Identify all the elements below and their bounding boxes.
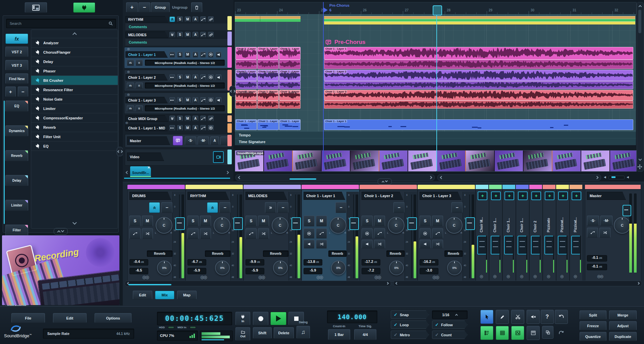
track-comments-row[interactable]: Comments xyxy=(125,23,231,30)
plugins-toggle-button[interactable] xyxy=(73,2,95,13)
track-rhythm-automation-button[interactable]: A xyxy=(193,16,198,22)
mixer-choir-1-layer-2-mute-button[interactable]: M xyxy=(374,216,385,226)
export-output-button[interactable]: Out xyxy=(235,327,250,341)
mixer-choir-1-layer-3-mute-button[interactable]: M xyxy=(432,216,443,226)
undo-button[interactable] xyxy=(555,310,568,324)
track-choir-midi-routing-button[interactable] xyxy=(169,125,175,131)
vscroll-up-arrow-icon[interactable] xyxy=(639,5,642,8)
mixer-drums-send-value[interactable]: -6.5 xyxy=(129,268,148,274)
plugin-item[interactable]: Reverb xyxy=(31,123,118,132)
mixer-melodies-collapse-button[interactable] xyxy=(265,202,276,213)
track-melodies-collapse-button[interactable] xyxy=(169,32,175,38)
audio-clip-lane2[interactable] xyxy=(324,60,633,69)
mixer-choir-1-layer-2-solo-button[interactable]: S xyxy=(362,216,373,226)
plugin-list-collapse[interactable] xyxy=(31,30,118,38)
mixer-choir-1-layer-1-send-value[interactable]: -5.9 xyxy=(304,268,322,274)
automation-view-button[interactable] xyxy=(511,326,524,340)
mixer-melodies-shuffle-button[interactable] xyxy=(258,228,269,239)
track-choir-4-routing-button[interactable] xyxy=(169,97,175,103)
midi-clip[interactable]: Choir 1 - Layer 1 xyxy=(324,119,633,130)
mixer-channel-Choir 1 - Layer 3[interactable]: Choir 1 - Layer 3−SMCLRReverb-16.2dB-3.0… xyxy=(418,185,475,282)
mixer-drums-gain-value[interactable]: -0.4dB xyxy=(129,259,148,266)
hzoom-slider[interactable] xyxy=(608,176,625,179)
track-choir-3-curve-button[interactable] xyxy=(200,74,206,80)
mixer-narrow-4-expand-button[interactable]: + xyxy=(531,191,541,200)
plugin-item[interactable]: Delay xyxy=(31,57,118,66)
adjust-button[interactable]: Adjust xyxy=(609,321,637,330)
mixer-master-pan-knob[interactable]: C xyxy=(614,217,631,234)
mixer-choir-1-layer-2-send-value[interactable]: -7.2 xyxy=(362,268,380,274)
record-button[interactable] xyxy=(253,312,268,325)
file-menu-button[interactable]: File xyxy=(11,313,45,323)
track-choir-3-input-gain-button[interactable]: #♭ xyxy=(127,82,134,89)
track-choir-midi-automation-button[interactable]: A xyxy=(193,125,198,131)
mixer-hscroll2-left-arrow[interactable] xyxy=(395,282,398,285)
mixer-choir-1-layer-1-minimize-button[interactable]: − xyxy=(335,202,346,213)
redo-button[interactable] xyxy=(555,327,567,339)
video-frame[interactable] xyxy=(524,151,552,171)
audio-clip-lane2[interactable] xyxy=(235,101,257,109)
mixer-choir-1-layer-1-send-slot[interactable]: Reverb xyxy=(328,250,346,257)
mixer-drums-fader-handle[interactable] xyxy=(175,217,185,230)
plugin-item[interactable]: Chorus/Flanger xyxy=(31,48,118,57)
track-choir-midi-solo-button[interactable]: S xyxy=(177,125,183,131)
mixer-drums-collapse-button[interactable] xyxy=(149,202,160,213)
timeline-vscroll[interactable] xyxy=(637,2,644,172)
filter-fx-button[interactable]: fx xyxy=(5,34,28,44)
mixer-channel-Choir 1 - Layer 1[interactable]: Choir 1 - Layer 1−SMCLRReverb-13.8dB-5.9… xyxy=(302,185,359,282)
time-display[interactable]: 00:00:45:625 xyxy=(157,312,232,325)
mixer-narrow-1-mini-fader[interactable] xyxy=(491,236,500,254)
tab-edit[interactable]: Edit xyxy=(133,291,152,299)
mixer-choir-1-layer-3-send-value[interactable]: -3.0 xyxy=(420,268,438,274)
audio-clip-lane2[interactable] xyxy=(257,81,279,89)
audio-clip-lane2[interactable] xyxy=(279,101,301,109)
split-button[interactable]: Split xyxy=(580,310,606,320)
mixer-choir-1-layer-3-pan-knob[interactable]: C xyxy=(446,217,463,234)
mixer-hscroll-thumb[interactable] xyxy=(128,284,171,285)
mixer-choir-1-layer-1-gain-value[interactable]: -13.8dB xyxy=(304,259,322,266)
track-choir-3-monitor-button[interactable] xyxy=(216,74,221,80)
master-automation-button[interactable]: A xyxy=(210,136,219,145)
track-melodies-automation-button[interactable]: A xyxy=(193,32,198,38)
duplicate-view-button[interactable] xyxy=(542,326,553,339)
mixer-rhythm-send-knob[interactable]: 0% xyxy=(215,261,230,275)
mixer-drums-minimize-button[interactable]: − xyxy=(161,202,172,213)
audio-clip[interactable]: Choir 1 - Layer 1 xyxy=(257,47,279,60)
mixer-choir-1-layer-3-send-knob[interactable]: 0% xyxy=(447,261,462,275)
mixer-melodies-gain-value[interactable]: -9.9dB xyxy=(246,259,264,266)
video-track-row[interactable]: Video xyxy=(125,149,232,166)
track-choir-midi-group-mute-button[interactable]: M xyxy=(185,116,191,121)
track-melodies-solo-button[interactable]: S xyxy=(177,32,183,38)
track-choir-3-routing-button[interactable] xyxy=(169,74,175,80)
mixer-rhythm-curve-button[interactable] xyxy=(187,228,199,239)
mixer-choir-1-layer-3-curve-button[interactable] xyxy=(432,228,443,238)
video-frame[interactable] xyxy=(581,151,610,171)
mixer-drums-curve-button[interactable] xyxy=(129,228,141,239)
audio-clip[interactable]: Choir 1 - Layer 3 xyxy=(279,90,301,101)
track-melodies-link-button[interactable] xyxy=(208,32,214,38)
mixer-choir-1-layer-3-minimize-button[interactable]: − xyxy=(451,202,463,213)
mixer-choir-1-layer-1-fader-handle[interactable] xyxy=(350,217,359,230)
mixer-melodies-pan-knob[interactable]: C xyxy=(272,217,288,234)
mixer-hscroll-right-arrow[interactable] xyxy=(386,282,389,285)
mixer-choir-1-layer-2-pan-knob[interactable]: C xyxy=(388,217,405,234)
track-choir-2-mute-button[interactable]: M xyxy=(185,52,191,57)
plugin-item[interactable]: Analyzer xyxy=(31,38,118,48)
loop-checkbox[interactable]: ✓ Loop xyxy=(391,321,429,329)
midi-clip[interactable]: Choir 1 - Layer 1 xyxy=(235,119,257,130)
track-list-view-button[interactable] xyxy=(480,326,493,340)
audio-clip-lane2[interactable] xyxy=(324,101,633,109)
section-marker-flag-icon[interactable] xyxy=(323,7,328,13)
plugin-item[interactable]: Resonance Filter xyxy=(31,85,118,95)
mixer-choir-1-layer-2-monitor-button[interactable] xyxy=(362,240,373,248)
mixer-narrow-3-expand-button[interactable]: + xyxy=(518,191,528,200)
mixer-melodies-curve-button[interactable] xyxy=(246,228,257,239)
clip-tab-close-icon[interactable]: ✕ xyxy=(148,166,150,169)
group-clip-bar[interactable] xyxy=(235,19,301,22)
pan-move-icon[interactable] xyxy=(637,164,642,169)
remove-plugin-button[interactable]: − xyxy=(18,87,28,97)
mixer-hscroll-left[interactable] xyxy=(125,281,391,286)
track-choir-3-solo-button[interactable]: S xyxy=(177,74,183,80)
video-frame[interactable] xyxy=(351,151,379,171)
division-select[interactable]: 1/16 xyxy=(432,310,468,319)
